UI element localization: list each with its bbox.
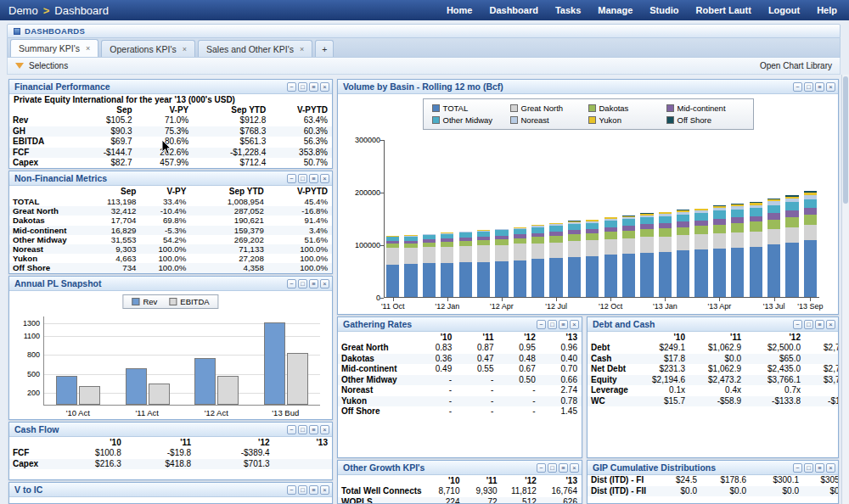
maximize-icon[interactable]: □	[298, 485, 307, 495]
table-row[interactable]: Great North32,412-10.4%287,052-16.8%	[9, 206, 332, 216]
tab-close-icon[interactable]: ×	[300, 45, 304, 53]
bar-rev[interactable]	[194, 358, 216, 406]
close-icon[interactable]: ×	[570, 320, 579, 329]
segment-total[interactable]	[386, 265, 399, 297]
table-row[interactable]: Capex$82.7457.9%$712.450.7%	[9, 158, 332, 169]
menu-icon[interactable]: ≡	[559, 463, 568, 473]
stacked-bar[interactable]	[640, 139, 653, 297]
panel-header[interactable]: Debt and Cash −□≡×	[588, 317, 838, 332]
nav-item-help[interactable]: Help	[817, 5, 837, 15]
stacked-bar[interactable]	[477, 139, 490, 297]
segment-total[interactable]	[713, 249, 726, 297]
close-icon[interactable]: ×	[320, 485, 329, 495]
maximize-icon[interactable]: □	[298, 82, 307, 92]
table-row[interactable]: Debt$249.1$1,062.9$2,500.0$2,775.0	[588, 343, 838, 354]
stacked-bar[interactable]	[694, 139, 707, 297]
segment-great-north[interactable]	[586, 240, 599, 256]
segment-other-midway[interactable]	[531, 227, 544, 233]
minimize-icon[interactable]: −	[793, 320, 802, 329]
menu-icon[interactable]: ≡	[309, 485, 318, 495]
stacked-bar[interactable]	[804, 139, 817, 297]
maximize-icon[interactable]: □	[804, 320, 813, 329]
segment-other-midway[interactable]	[659, 216, 672, 223]
segment-dakotas[interactable]	[713, 225, 726, 234]
close-icon[interactable]: ×	[320, 174, 329, 183]
table-row[interactable]: Leverage0.1x0.4x0.7x0.7x	[588, 385, 838, 396]
stacked-bar[interactable]	[514, 139, 526, 297]
segment-great-north[interactable]	[659, 237, 672, 252]
segment-great-north[interactable]	[622, 238, 635, 255]
table-row[interactable]: Other Midway31,55354.2%269,20251.6%	[9, 235, 332, 244]
maximize-icon[interactable]: □	[548, 320, 557, 329]
maximize-icon[interactable]: □	[548, 463, 557, 473]
segment-dakotas[interactable]	[586, 233, 599, 240]
segment-total[interactable]	[568, 257, 581, 297]
segment-great-north[interactable]	[640, 237, 653, 253]
segment-dakotas[interactable]	[659, 228, 672, 236]
table-row[interactable]: Dist (ITD) - FII$0.0$0.0$0.0$0.0	[588, 486, 838, 497]
close-icon[interactable]: ×	[826, 463, 835, 473]
menu-icon[interactable]: ≡	[815, 463, 824, 473]
stacked-bar[interactable]	[713, 139, 726, 297]
stacked-bar[interactable]	[731, 139, 744, 297]
segment-total[interactable]	[549, 258, 562, 297]
segment-total[interactable]	[404, 264, 417, 297]
table-row[interactable]: Great North0.830.870.950.96	[338, 343, 582, 354]
segment-total[interactable]	[785, 243, 798, 298]
segment-other-midway[interactable]	[785, 202, 798, 210]
bar-ebitda[interactable]	[79, 386, 100, 405]
minimize-icon[interactable]: −	[287, 82, 296, 92]
segment-great-north[interactable]	[785, 227, 798, 243]
maximize-icon[interactable]: □	[298, 425, 307, 434]
segment-dakotas[interactable]	[785, 217, 798, 227]
stacked-bar[interactable]	[586, 139, 599, 297]
table-row[interactable]: Cash$17.8$0.0$65.0$0.0	[588, 354, 838, 365]
segment-mid-continent[interactable]	[750, 216, 762, 222]
segment-dakotas[interactable]	[750, 221, 762, 231]
segment-mid-continent[interactable]	[713, 219, 726, 225]
segment-other-midway[interactable]	[713, 210, 726, 218]
tab-summary-kpi-s[interactable]: Summary KPI's×	[10, 39, 98, 57]
segment-total[interactable]	[677, 250, 689, 297]
stacked-bar[interactable]	[767, 139, 780, 297]
segment-total[interactable]	[640, 253, 653, 297]
table-row[interactable]: Rev$105.271.0%$912.863.4%	[9, 115, 332, 126]
segment-dakotas[interactable]	[622, 231, 635, 238]
nav-item-robert-lautt[interactable]: Robert Lautt	[696, 5, 751, 15]
panel-header[interactable]: GIP Cumulative Distributions −□≡×	[588, 461, 838, 475]
menu-icon[interactable]: ≡	[309, 82, 318, 92]
segment-dakotas[interactable]	[604, 232, 617, 239]
selections-label[interactable]: Selections	[29, 61, 68, 70]
stacked-bar[interactable]	[622, 139, 635, 297]
minimize-icon[interactable]: −	[287, 485, 296, 495]
segment-other-midway[interactable]	[677, 215, 689, 222]
segment-great-north[interactable]	[531, 244, 544, 260]
segment-great-north[interactable]	[441, 247, 453, 263]
segment-great-north[interactable]	[677, 235, 689, 250]
segment-other-midway[interactable]	[568, 224, 581, 230]
segment-dakotas[interactable]	[549, 236, 562, 242]
menu-icon[interactable]: ≡	[309, 425, 318, 434]
panel-header[interactable]: V to IC −□≡×	[9, 483, 332, 497]
segment-total[interactable]	[423, 263, 436, 297]
segment-great-north[interactable]	[549, 243, 562, 259]
segment-other-midway[interactable]	[767, 205, 780, 214]
segment-total[interactable]	[659, 252, 672, 297]
table-row[interactable]: FCF$100.8-$19.8-$389.4	[9, 448, 332, 459]
segment-total[interactable]	[731, 248, 744, 297]
tab-close-icon[interactable]: ×	[86, 44, 90, 53]
segment-great-north[interactable]	[459, 246, 472, 262]
tab-close-icon[interactable]: ×	[183, 45, 187, 53]
segment-great-north[interactable]	[767, 229, 780, 244]
menu-icon[interactable]: ≡	[815, 82, 824, 92]
add-tab-button[interactable]: +	[315, 40, 334, 57]
bar-ebitda[interactable]	[217, 376, 239, 405]
segment-dakotas[interactable]	[677, 227, 689, 236]
panel-header[interactable]: Annual PL Snapshot −□≡×	[9, 277, 332, 291]
stacked-bar[interactable]	[441, 139, 453, 297]
segment-dakotas[interactable]	[514, 238, 526, 244]
table-row[interactable]: Other Midway--0.500.66	[338, 375, 582, 386]
stacked-bar[interactable]	[549, 139, 562, 297]
menu-icon[interactable]: ≡	[559, 320, 568, 329]
stacked-bar[interactable]	[785, 139, 798, 297]
